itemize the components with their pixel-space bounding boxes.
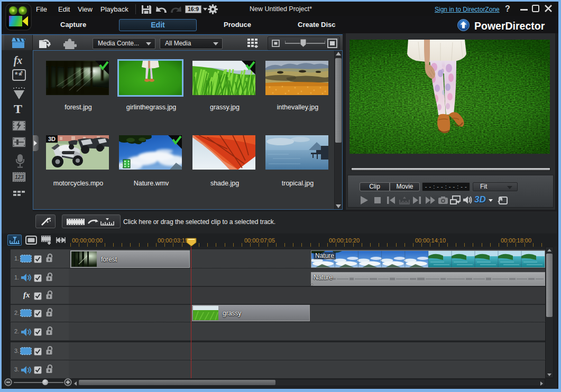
svg-text:123: 123 (15, 174, 24, 180)
svg-text:*: * (15, 70, 18, 79)
svg-text:*: * (21, 70, 23, 76)
